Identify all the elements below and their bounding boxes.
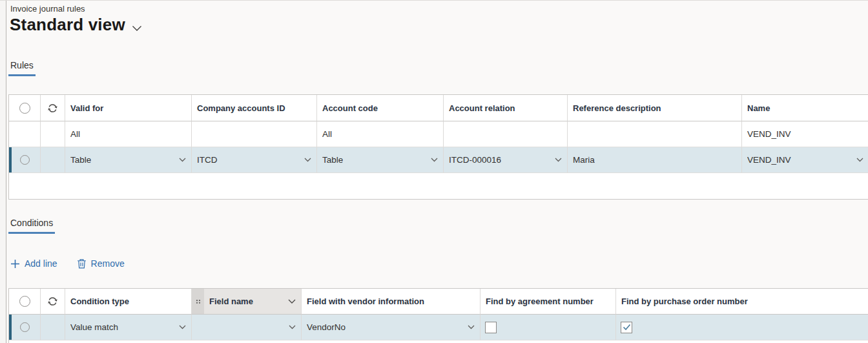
tab-rules[interactable]: Rules [8,60,36,76]
tab-rules-label: Rules [10,60,34,70]
column-header-field-with-vendor-information[interactable]: Field with vendor information [302,289,480,315]
chevron-down-icon [300,158,311,162]
plus-icon [10,259,20,269]
chevron-down-icon [551,158,562,162]
rules-row1-company-accounts-id[interactable] [192,121,317,147]
conditions-row1-find-by-purchase-order-cell [616,315,868,340]
find-by-agreement-number-checkbox[interactable] [485,322,497,333]
row-selected-bar [9,147,12,172]
column-header-field-name[interactable]: Field name [192,289,302,315]
conditions-row1-field-name-combobox[interactable] [192,315,302,340]
rules-row2-select-cell[interactable] [9,147,41,173]
rules-row2-account-relation-combobox[interactable]: ITCD-000016 [444,147,568,173]
conditions-row1-refresh-cell [41,315,65,340]
chevron-down-icon [852,158,863,162]
rules-row1-name[interactable]: VEND_INV [742,121,868,147]
sync-icon [47,103,58,114]
tab-conditions-label: Conditions [10,218,53,228]
view-selector-chevron-icon[interactable] [132,25,142,32]
trash-icon [77,258,87,269]
column-header-reference-description[interactable]: Reference description [568,95,742,121]
conditions-select-all-header[interactable] [9,289,41,315]
rules-refresh-column-header[interactable] [41,95,65,121]
grip-dots-icon [196,299,201,304]
tab-conditions[interactable]: Conditions [8,218,55,234]
column-header-name[interactable]: Name [742,95,868,121]
add-line-button[interactable]: Add line [10,258,57,269]
row-select-circle-icon [20,155,30,165]
rules-row2-account-code-combobox[interactable]: Table [317,147,444,173]
row-select-circle-icon [20,322,30,332]
panel-left-divider [0,1,6,343]
column-header-condition-type[interactable]: Condition type [65,289,192,315]
rules-select-all-header[interactable] [9,95,41,121]
conditions-grid-empty-area [9,340,868,343]
rules-row1-reference-description[interactable] [568,121,742,147]
sync-icon [47,296,58,307]
select-all-circle-icon [19,103,30,114]
remove-button[interactable]: Remove [77,258,125,269]
conditions-row1-find-by-agreement-cell [480,315,616,340]
rules-row1-account-relation[interactable] [444,121,568,147]
check-icon [623,324,631,331]
rules-row2-name-combobox[interactable]: VEND_INV [742,147,868,173]
view-title-row: Standard view [10,15,142,35]
column-header-company-accounts-id[interactable]: Company accounts ID [192,95,317,121]
column-header-account-code[interactable]: Account code [317,95,444,121]
rules-row2-refresh-cell [41,147,65,173]
conditions-row1-select-cell[interactable] [9,315,41,340]
rules-row1-account-code[interactable]: All [317,121,444,147]
chevron-down-icon [427,158,438,162]
chevron-down-icon [464,325,475,329]
conditions-refresh-column-header[interactable] [41,289,65,315]
conditions-row1-condition-type-combobox[interactable]: Value match [65,315,192,340]
page-caption: Invoice journal rules [10,4,85,14]
select-all-circle-icon [19,296,30,307]
conditions-grid: Condition type Field name Field with ven… [8,288,868,343]
column-header-find-by-purchase-order-number[interactable]: Find by purchase order number [616,289,868,315]
conditions-toolbar: Add line Remove [10,258,125,269]
chevron-down-icon [285,325,296,329]
chevron-down-icon [175,325,186,329]
conditions-row1-field-with-vendor-information-combobox[interactable]: VendorNo [302,315,480,340]
rules-row1-select-cell [9,121,41,147]
rules-row1-refresh-cell [41,121,65,147]
column-menu-chevron-icon[interactable] [284,299,296,304]
page-title: Standard view [10,15,125,35]
column-drag-band[interactable] [192,289,204,314]
column-header-find-by-agreement-number[interactable]: Find by agreement number [480,289,616,315]
chevron-down-icon [175,158,186,162]
invoice-journal-rules-panel: Invoice journal rules Standard view Rule… [0,0,868,343]
rules-row2-valid-for-combobox[interactable]: Table [65,147,192,173]
column-header-valid-for[interactable]: Valid for [65,95,192,121]
rules-row1-valid-for[interactable]: All [65,121,192,147]
find-by-purchase-order-number-checkbox[interactable] [621,322,632,333]
row-selected-bar [9,315,12,340]
rules-grid-empty-area [9,173,868,199]
rules-row2-company-accounts-id-combobox[interactable]: ITCD [192,147,317,173]
column-header-account-relation[interactable]: Account relation [444,95,568,121]
rules-grid: Valid for Company accounts ID Account co… [8,94,868,200]
rules-row2-reference-description-field[interactable]: Maria [568,147,742,173]
